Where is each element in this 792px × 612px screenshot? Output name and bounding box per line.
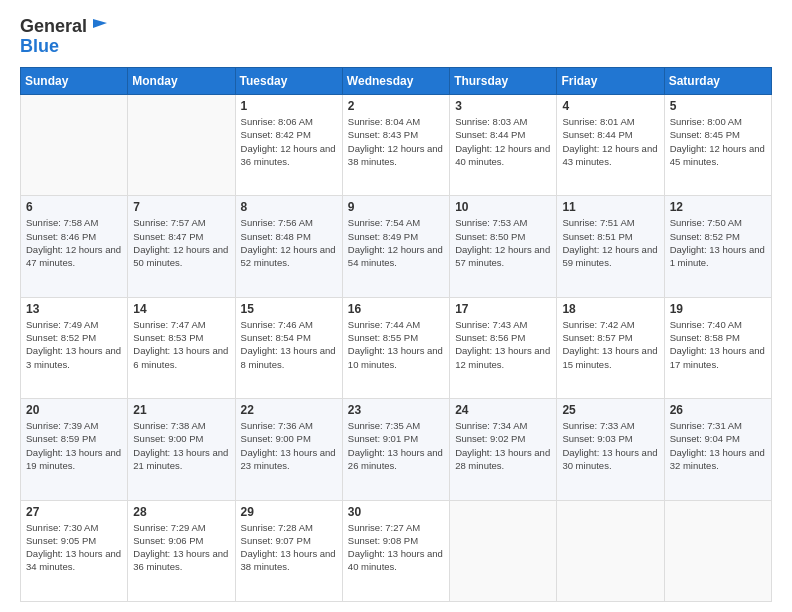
- day-number: 25: [562, 403, 658, 417]
- calendar-cell: [664, 500, 771, 601]
- day-number: 30: [348, 505, 444, 519]
- calendar-cell: 18Sunrise: 7:42 AMSunset: 8:57 PMDayligh…: [557, 297, 664, 398]
- calendar-cell: 30Sunrise: 7:27 AMSunset: 9:08 PMDayligh…: [342, 500, 449, 601]
- logo-blue: Blue: [20, 37, 111, 55]
- calendar-cell: 11Sunrise: 7:51 AMSunset: 8:51 PMDayligh…: [557, 196, 664, 297]
- logo: General Blue: [20, 16, 111, 55]
- calendar-cell: 28Sunrise: 7:29 AMSunset: 9:06 PMDayligh…: [128, 500, 235, 601]
- day-number: 16: [348, 302, 444, 316]
- calendar-table: SundayMondayTuesdayWednesdayThursdayFrid…: [20, 67, 772, 602]
- day-number: 10: [455, 200, 551, 214]
- calendar-cell: [557, 500, 664, 601]
- day-number: 7: [133, 200, 229, 214]
- day-number: 6: [26, 200, 122, 214]
- calendar-cell: [450, 500, 557, 601]
- day-number: 17: [455, 302, 551, 316]
- day-info: Sunrise: 7:40 AMSunset: 8:58 PMDaylight:…: [670, 318, 766, 371]
- calendar-cell: 9Sunrise: 7:54 AMSunset: 8:49 PMDaylight…: [342, 196, 449, 297]
- day-info: Sunrise: 7:30 AMSunset: 9:05 PMDaylight:…: [26, 521, 122, 574]
- day-info: Sunrise: 7:36 AMSunset: 9:00 PMDaylight:…: [241, 419, 337, 472]
- weekday-header-thursday: Thursday: [450, 68, 557, 95]
- day-number: 15: [241, 302, 337, 316]
- day-info: Sunrise: 7:38 AMSunset: 9:00 PMDaylight:…: [133, 419, 229, 472]
- calendar-cell: 17Sunrise: 7:43 AMSunset: 8:56 PMDayligh…: [450, 297, 557, 398]
- day-number: 28: [133, 505, 229, 519]
- calendar-cell: 7Sunrise: 7:57 AMSunset: 8:47 PMDaylight…: [128, 196, 235, 297]
- calendar-cell: 14Sunrise: 7:47 AMSunset: 8:53 PMDayligh…: [128, 297, 235, 398]
- calendar-cell: 22Sunrise: 7:36 AMSunset: 9:00 PMDayligh…: [235, 399, 342, 500]
- day-number: 8: [241, 200, 337, 214]
- day-info: Sunrise: 7:28 AMSunset: 9:07 PMDaylight:…: [241, 521, 337, 574]
- day-info: Sunrise: 7:29 AMSunset: 9:06 PMDaylight:…: [133, 521, 229, 574]
- day-number: 19: [670, 302, 766, 316]
- day-info: Sunrise: 7:42 AMSunset: 8:57 PMDaylight:…: [562, 318, 658, 371]
- calendar-cell: 12Sunrise: 7:50 AMSunset: 8:52 PMDayligh…: [664, 196, 771, 297]
- day-number: 26: [670, 403, 766, 417]
- day-number: 4: [562, 99, 658, 113]
- day-number: 11: [562, 200, 658, 214]
- page-header: General Blue: [20, 16, 772, 55]
- calendar-cell: 4Sunrise: 8:01 AMSunset: 8:44 PMDaylight…: [557, 95, 664, 196]
- day-info: Sunrise: 7:46 AMSunset: 8:54 PMDaylight:…: [241, 318, 337, 371]
- day-info: Sunrise: 7:49 AMSunset: 8:52 PMDaylight:…: [26, 318, 122, 371]
- day-number: 24: [455, 403, 551, 417]
- weekday-header-friday: Friday: [557, 68, 664, 95]
- day-number: 2: [348, 99, 444, 113]
- day-info: Sunrise: 7:33 AMSunset: 9:03 PMDaylight:…: [562, 419, 658, 472]
- logo-flag-icon: [89, 15, 111, 37]
- calendar-cell: 26Sunrise: 7:31 AMSunset: 9:04 PMDayligh…: [664, 399, 771, 500]
- calendar-cell: 25Sunrise: 7:33 AMSunset: 9:03 PMDayligh…: [557, 399, 664, 500]
- day-number: 3: [455, 99, 551, 113]
- calendar-cell: 16Sunrise: 7:44 AMSunset: 8:55 PMDayligh…: [342, 297, 449, 398]
- day-info: Sunrise: 7:47 AMSunset: 8:53 PMDaylight:…: [133, 318, 229, 371]
- day-number: 23: [348, 403, 444, 417]
- calendar-cell: 8Sunrise: 7:56 AMSunset: 8:48 PMDaylight…: [235, 196, 342, 297]
- svg-marker-0: [93, 19, 107, 28]
- logo-general: General: [20, 16, 87, 37]
- calendar-cell: 1Sunrise: 8:06 AMSunset: 8:42 PMDaylight…: [235, 95, 342, 196]
- calendar-cell: 20Sunrise: 7:39 AMSunset: 8:59 PMDayligh…: [21, 399, 128, 500]
- weekday-header-wednesday: Wednesday: [342, 68, 449, 95]
- day-info: Sunrise: 7:54 AMSunset: 8:49 PMDaylight:…: [348, 216, 444, 269]
- day-number: 29: [241, 505, 337, 519]
- day-number: 14: [133, 302, 229, 316]
- day-number: 1: [241, 99, 337, 113]
- day-info: Sunrise: 7:51 AMSunset: 8:51 PMDaylight:…: [562, 216, 658, 269]
- day-info: Sunrise: 8:01 AMSunset: 8:44 PMDaylight:…: [562, 115, 658, 168]
- day-number: 9: [348, 200, 444, 214]
- day-number: 18: [562, 302, 658, 316]
- day-info: Sunrise: 7:31 AMSunset: 9:04 PMDaylight:…: [670, 419, 766, 472]
- calendar-cell: 2Sunrise: 8:04 AMSunset: 8:43 PMDaylight…: [342, 95, 449, 196]
- calendar-cell: 27Sunrise: 7:30 AMSunset: 9:05 PMDayligh…: [21, 500, 128, 601]
- day-info: Sunrise: 7:53 AMSunset: 8:50 PMDaylight:…: [455, 216, 551, 269]
- weekday-header-saturday: Saturday: [664, 68, 771, 95]
- calendar-cell: 29Sunrise: 7:28 AMSunset: 9:07 PMDayligh…: [235, 500, 342, 601]
- day-number: 20: [26, 403, 122, 417]
- day-number: 22: [241, 403, 337, 417]
- calendar-cell: 6Sunrise: 7:58 AMSunset: 8:46 PMDaylight…: [21, 196, 128, 297]
- day-info: Sunrise: 7:44 AMSunset: 8:55 PMDaylight:…: [348, 318, 444, 371]
- day-info: Sunrise: 7:56 AMSunset: 8:48 PMDaylight:…: [241, 216, 337, 269]
- calendar-cell: [21, 95, 128, 196]
- calendar-cell: 19Sunrise: 7:40 AMSunset: 8:58 PMDayligh…: [664, 297, 771, 398]
- day-number: 21: [133, 403, 229, 417]
- weekday-header-sunday: Sunday: [21, 68, 128, 95]
- calendar-cell: 10Sunrise: 7:53 AMSunset: 8:50 PMDayligh…: [450, 196, 557, 297]
- day-info: Sunrise: 8:04 AMSunset: 8:43 PMDaylight:…: [348, 115, 444, 168]
- day-info: Sunrise: 7:34 AMSunset: 9:02 PMDaylight:…: [455, 419, 551, 472]
- day-info: Sunrise: 7:27 AMSunset: 9:08 PMDaylight:…: [348, 521, 444, 574]
- day-info: Sunrise: 7:39 AMSunset: 8:59 PMDaylight:…: [26, 419, 122, 472]
- calendar-cell: 5Sunrise: 8:00 AMSunset: 8:45 PMDaylight…: [664, 95, 771, 196]
- calendar-cell: 15Sunrise: 7:46 AMSunset: 8:54 PMDayligh…: [235, 297, 342, 398]
- calendar-cell: 3Sunrise: 8:03 AMSunset: 8:44 PMDaylight…: [450, 95, 557, 196]
- calendar-cell: 21Sunrise: 7:38 AMSunset: 9:00 PMDayligh…: [128, 399, 235, 500]
- calendar-cell: [128, 95, 235, 196]
- calendar-cell: 23Sunrise: 7:35 AMSunset: 9:01 PMDayligh…: [342, 399, 449, 500]
- day-info: Sunrise: 8:03 AMSunset: 8:44 PMDaylight:…: [455, 115, 551, 168]
- day-info: Sunrise: 8:00 AMSunset: 8:45 PMDaylight:…: [670, 115, 766, 168]
- day-info: Sunrise: 7:57 AMSunset: 8:47 PMDaylight:…: [133, 216, 229, 269]
- day-info: Sunrise: 7:43 AMSunset: 8:56 PMDaylight:…: [455, 318, 551, 371]
- day-number: 5: [670, 99, 766, 113]
- calendar-cell: 24Sunrise: 7:34 AMSunset: 9:02 PMDayligh…: [450, 399, 557, 500]
- day-number: 27: [26, 505, 122, 519]
